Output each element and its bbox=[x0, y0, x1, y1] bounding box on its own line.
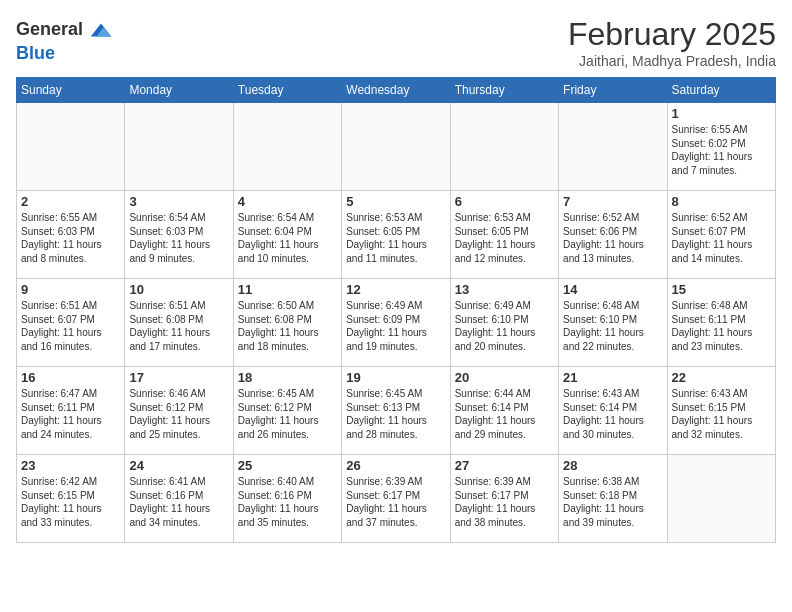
day-number: 13 bbox=[455, 282, 554, 297]
logo-icon bbox=[87, 16, 115, 44]
day-info: Sunrise: 6:45 AMSunset: 6:13 PMDaylight:… bbox=[346, 387, 445, 441]
day-info: Sunrise: 6:54 AMSunset: 6:03 PMDaylight:… bbox=[129, 211, 228, 265]
calendar-cell: 27Sunrise: 6:39 AMSunset: 6:17 PMDayligh… bbox=[450, 455, 558, 543]
calendar-cell: 6Sunrise: 6:53 AMSunset: 6:05 PMDaylight… bbox=[450, 191, 558, 279]
location-subtitle: Jaithari, Madhya Pradesh, India bbox=[568, 53, 776, 69]
day-info: Sunrise: 6:43 AMSunset: 6:14 PMDaylight:… bbox=[563, 387, 662, 441]
calendar-cell: 20Sunrise: 6:44 AMSunset: 6:14 PMDayligh… bbox=[450, 367, 558, 455]
weekday-header-saturday: Saturday bbox=[667, 78, 775, 103]
logo-blue-text: Blue bbox=[16, 44, 115, 64]
day-number: 17 bbox=[129, 370, 228, 385]
calendar-cell: 5Sunrise: 6:53 AMSunset: 6:05 PMDaylight… bbox=[342, 191, 450, 279]
calendar-cell: 10Sunrise: 6:51 AMSunset: 6:08 PMDayligh… bbox=[125, 279, 233, 367]
calendar-week-2: 9Sunrise: 6:51 AMSunset: 6:07 PMDaylight… bbox=[17, 279, 776, 367]
day-number: 1 bbox=[672, 106, 771, 121]
day-number: 15 bbox=[672, 282, 771, 297]
calendar-cell: 28Sunrise: 6:38 AMSunset: 6:18 PMDayligh… bbox=[559, 455, 667, 543]
day-info: Sunrise: 6:50 AMSunset: 6:08 PMDaylight:… bbox=[238, 299, 337, 353]
calendar-cell: 13Sunrise: 6:49 AMSunset: 6:10 PMDayligh… bbox=[450, 279, 558, 367]
day-number: 5 bbox=[346, 194, 445, 209]
day-number: 8 bbox=[672, 194, 771, 209]
weekday-header-monday: Monday bbox=[125, 78, 233, 103]
calendar-cell bbox=[667, 455, 775, 543]
day-info: Sunrise: 6:45 AMSunset: 6:12 PMDaylight:… bbox=[238, 387, 337, 441]
day-info: Sunrise: 6:53 AMSunset: 6:05 PMDaylight:… bbox=[346, 211, 445, 265]
day-number: 16 bbox=[21, 370, 120, 385]
day-info: Sunrise: 6:55 AMSunset: 6:02 PMDaylight:… bbox=[672, 123, 771, 177]
day-info: Sunrise: 6:39 AMSunset: 6:17 PMDaylight:… bbox=[455, 475, 554, 529]
day-number: 3 bbox=[129, 194, 228, 209]
calendar-cell: 19Sunrise: 6:45 AMSunset: 6:13 PMDayligh… bbox=[342, 367, 450, 455]
logo-general-text: General bbox=[16, 20, 83, 40]
day-info: Sunrise: 6:43 AMSunset: 6:15 PMDaylight:… bbox=[672, 387, 771, 441]
calendar-cell: 11Sunrise: 6:50 AMSunset: 6:08 PMDayligh… bbox=[233, 279, 341, 367]
calendar-cell: 9Sunrise: 6:51 AMSunset: 6:07 PMDaylight… bbox=[17, 279, 125, 367]
calendar-cell: 21Sunrise: 6:43 AMSunset: 6:14 PMDayligh… bbox=[559, 367, 667, 455]
calendar-cell: 14Sunrise: 6:48 AMSunset: 6:10 PMDayligh… bbox=[559, 279, 667, 367]
weekday-header-sunday: Sunday bbox=[17, 78, 125, 103]
page-header: General Blue February 2025 Jaithari, Mad… bbox=[16, 16, 776, 69]
day-info: Sunrise: 6:52 AMSunset: 6:06 PMDaylight:… bbox=[563, 211, 662, 265]
day-number: 19 bbox=[346, 370, 445, 385]
day-number: 27 bbox=[455, 458, 554, 473]
calendar-cell: 1Sunrise: 6:55 AMSunset: 6:02 PMDaylight… bbox=[667, 103, 775, 191]
day-info: Sunrise: 6:38 AMSunset: 6:18 PMDaylight:… bbox=[563, 475, 662, 529]
calendar-cell: 7Sunrise: 6:52 AMSunset: 6:06 PMDaylight… bbox=[559, 191, 667, 279]
calendar-cell: 17Sunrise: 6:46 AMSunset: 6:12 PMDayligh… bbox=[125, 367, 233, 455]
calendar-cell bbox=[342, 103, 450, 191]
title-section: February 2025 Jaithari, Madhya Pradesh, … bbox=[568, 16, 776, 69]
day-info: Sunrise: 6:51 AMSunset: 6:07 PMDaylight:… bbox=[21, 299, 120, 353]
weekday-header-tuesday: Tuesday bbox=[233, 78, 341, 103]
day-info: Sunrise: 6:52 AMSunset: 6:07 PMDaylight:… bbox=[672, 211, 771, 265]
day-number: 21 bbox=[563, 370, 662, 385]
calendar-cell bbox=[450, 103, 558, 191]
calendar-cell: 25Sunrise: 6:40 AMSunset: 6:16 PMDayligh… bbox=[233, 455, 341, 543]
weekday-header-row: SundayMondayTuesdayWednesdayThursdayFrid… bbox=[17, 78, 776, 103]
logo: General Blue bbox=[16, 16, 115, 64]
day-info: Sunrise: 6:40 AMSunset: 6:16 PMDaylight:… bbox=[238, 475, 337, 529]
calendar-cell: 23Sunrise: 6:42 AMSunset: 6:15 PMDayligh… bbox=[17, 455, 125, 543]
calendar-cell bbox=[125, 103, 233, 191]
calendar-cell: 16Sunrise: 6:47 AMSunset: 6:11 PMDayligh… bbox=[17, 367, 125, 455]
calendar-week-4: 23Sunrise: 6:42 AMSunset: 6:15 PMDayligh… bbox=[17, 455, 776, 543]
day-number: 28 bbox=[563, 458, 662, 473]
day-number: 9 bbox=[21, 282, 120, 297]
day-info: Sunrise: 6:53 AMSunset: 6:05 PMDaylight:… bbox=[455, 211, 554, 265]
day-info: Sunrise: 6:49 AMSunset: 6:10 PMDaylight:… bbox=[455, 299, 554, 353]
calendar-cell: 24Sunrise: 6:41 AMSunset: 6:16 PMDayligh… bbox=[125, 455, 233, 543]
day-info: Sunrise: 6:48 AMSunset: 6:11 PMDaylight:… bbox=[672, 299, 771, 353]
day-number: 4 bbox=[238, 194, 337, 209]
month-title: February 2025 bbox=[568, 16, 776, 53]
day-number: 26 bbox=[346, 458, 445, 473]
day-number: 2 bbox=[21, 194, 120, 209]
calendar-week-0: 1Sunrise: 6:55 AMSunset: 6:02 PMDaylight… bbox=[17, 103, 776, 191]
calendar-cell: 4Sunrise: 6:54 AMSunset: 6:04 PMDaylight… bbox=[233, 191, 341, 279]
day-number: 10 bbox=[129, 282, 228, 297]
day-number: 24 bbox=[129, 458, 228, 473]
calendar-week-1: 2Sunrise: 6:55 AMSunset: 6:03 PMDaylight… bbox=[17, 191, 776, 279]
day-number: 18 bbox=[238, 370, 337, 385]
calendar-table: SundayMondayTuesdayWednesdayThursdayFrid… bbox=[16, 77, 776, 543]
day-info: Sunrise: 6:54 AMSunset: 6:04 PMDaylight:… bbox=[238, 211, 337, 265]
day-number: 7 bbox=[563, 194, 662, 209]
day-info: Sunrise: 6:51 AMSunset: 6:08 PMDaylight:… bbox=[129, 299, 228, 353]
weekday-header-friday: Friday bbox=[559, 78, 667, 103]
day-info: Sunrise: 6:42 AMSunset: 6:15 PMDaylight:… bbox=[21, 475, 120, 529]
calendar-cell bbox=[233, 103, 341, 191]
day-number: 22 bbox=[672, 370, 771, 385]
day-info: Sunrise: 6:55 AMSunset: 6:03 PMDaylight:… bbox=[21, 211, 120, 265]
calendar-cell: 26Sunrise: 6:39 AMSunset: 6:17 PMDayligh… bbox=[342, 455, 450, 543]
day-info: Sunrise: 6:49 AMSunset: 6:09 PMDaylight:… bbox=[346, 299, 445, 353]
day-number: 23 bbox=[21, 458, 120, 473]
day-info: Sunrise: 6:44 AMSunset: 6:14 PMDaylight:… bbox=[455, 387, 554, 441]
day-info: Sunrise: 6:48 AMSunset: 6:10 PMDaylight:… bbox=[563, 299, 662, 353]
weekday-header-wednesday: Wednesday bbox=[342, 78, 450, 103]
day-info: Sunrise: 6:39 AMSunset: 6:17 PMDaylight:… bbox=[346, 475, 445, 529]
calendar-cell bbox=[17, 103, 125, 191]
calendar-week-3: 16Sunrise: 6:47 AMSunset: 6:11 PMDayligh… bbox=[17, 367, 776, 455]
day-number: 14 bbox=[563, 282, 662, 297]
calendar-cell: 22Sunrise: 6:43 AMSunset: 6:15 PMDayligh… bbox=[667, 367, 775, 455]
day-number: 20 bbox=[455, 370, 554, 385]
weekday-header-thursday: Thursday bbox=[450, 78, 558, 103]
day-info: Sunrise: 6:47 AMSunset: 6:11 PMDaylight:… bbox=[21, 387, 120, 441]
